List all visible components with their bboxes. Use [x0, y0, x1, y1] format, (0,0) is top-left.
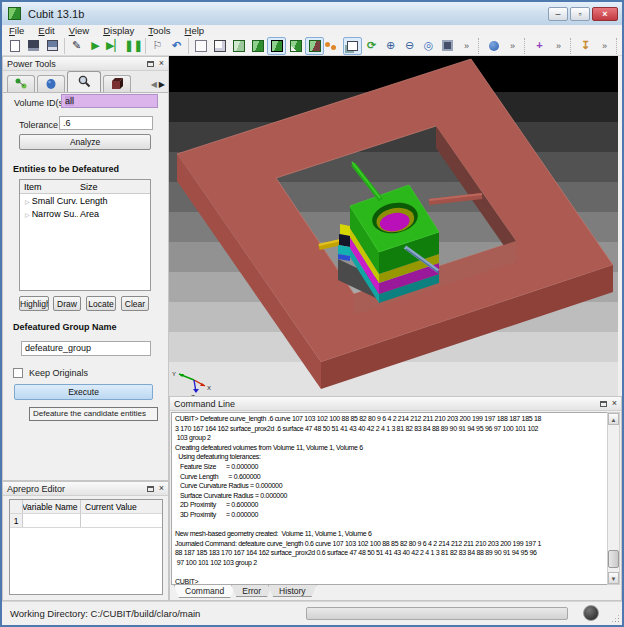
status-bar: Working Directory: C:/CUBIT/build/claro/… — [2, 601, 622, 625]
geometry-overflow-chevron[interactable]: » — [503, 37, 522, 55]
highlight-button[interactable]: Highlight — [19, 296, 49, 311]
scroll-up-icon[interactable]: ▲ — [608, 413, 619, 425]
flag-icon[interactable]: ⚐ — [148, 37, 167, 55]
title-bar[interactable]: Cubit 13.1b – ▫ × — [2, 2, 622, 25]
vertex-toolbar-icon[interactable]: + — [530, 37, 549, 55]
tab-geometry-power-tool[interactable] — [7, 75, 35, 92]
open-journal-icon[interactable] — [24, 37, 43, 55]
step-journal-icon[interactable]: ▶▏ — [105, 37, 124, 55]
expander-icon[interactable]: ▷ — [25, 212, 30, 218]
toolbar-overflow-chevron[interactable]: » — [457, 37, 476, 55]
group-name-heading: Defeatured Group Name — [13, 322, 117, 332]
float-panel-icon[interactable] — [147, 486, 154, 492]
geometry-toolbar-icon[interactable] — [484, 37, 503, 55]
keep-originals-checkbox[interactable] — [13, 368, 23, 378]
tab-itm-wizard[interactable] — [103, 75, 131, 92]
current-value-cell[interactable] — [81, 514, 162, 527]
entities-heading: Entities to be Defeatured — [13, 164, 119, 174]
view-shaded-edges-icon[interactable] — [267, 37, 286, 55]
snapshot-icon[interactable] — [438, 37, 457, 55]
aprepro-col-value[interactable]: Current Value — [81, 500, 162, 513]
graphics-viewport[interactable]: Y X Z — [169, 56, 618, 396]
console-output[interactable]: CUBIT> Defeature curve_length .6 curve 1… — [171, 412, 608, 585]
view-smooth-shade-icon[interactable] — [248, 37, 267, 55]
new-file-icon[interactable] — [5, 37, 24, 55]
zoom-in-icon[interactable]: ⊕ — [381, 37, 400, 55]
navigate-icon[interactable]: ◎ — [419, 37, 438, 55]
journal-editor-icon[interactable]: ✎ — [67, 37, 86, 55]
defeature-magnifier-icon — [77, 75, 91, 89]
volume-ids-label: Volume ID(s) — [14, 98, 66, 108]
scroll-thumb[interactable] — [608, 550, 619, 568]
execute-button[interactable]: Execute — [14, 384, 153, 400]
volume-ids-field[interactable]: all — [61, 94, 158, 108]
menu-view[interactable]: View — [62, 25, 96, 36]
tab-scroll-left-icon[interactable]: ◀ — [151, 80, 157, 89]
side-slivers — [338, 224, 350, 261]
view-cutaway-icon[interactable] — [286, 37, 305, 55]
tab-command[interactable]: Command — [174, 585, 235, 598]
expander-icon[interactable]: ▷ — [25, 199, 30, 205]
menu-tools[interactable]: Tools — [141, 25, 177, 36]
axis-triad: Y X Z — [172, 371, 211, 396]
link-icon[interactable] — [324, 37, 343, 55]
aprepro-row-1[interactable]: 1 — [10, 514, 162, 528]
close-panel-icon[interactable]: × — [159, 484, 164, 493]
view-composite-icon[interactable] — [305, 37, 324, 55]
view-transparent-icon[interactable] — [229, 37, 248, 55]
boundary-toolbar-icon[interactable]: ↧ — [576, 37, 595, 55]
menu-edit[interactable]: Edit — [31, 25, 61, 36]
play-journal-icon[interactable]: ▶ — [86, 37, 105, 55]
float-panel-icon[interactable] — [600, 401, 607, 407]
aprepro-col-variable[interactable]: Variable Name — [23, 502, 78, 512]
analyze-button[interactable]: Analyze — [19, 134, 151, 150]
progress-bar — [306, 607, 568, 620]
close-button[interactable]: × — [592, 7, 618, 21]
tree-col-size[interactable]: Size — [78, 182, 150, 192]
undo-icon[interactable]: ↶ — [167, 37, 186, 55]
draw-button[interactable]: Draw — [53, 296, 81, 311]
tab-defeature-tool[interactable] — [67, 71, 101, 92]
zoom-out-icon[interactable]: ⊖ — [400, 37, 419, 55]
maximize-button[interactable]: ▫ — [570, 7, 590, 21]
save-icon[interactable] — [43, 37, 62, 55]
minimize-button[interactable]: – — [548, 7, 568, 21]
menu-display[interactable]: Display — [96, 25, 141, 36]
tree-row-narrow-surfaces[interactable]: ▷Narrow Su... Area — [20, 207, 150, 220]
aprepro-table[interactable]: Variable Name Current Value 1 — [9, 499, 163, 595]
window-title: Cubit 13.1b — [28, 8, 84, 20]
tab-history[interactable]: History — [268, 585, 316, 597]
tab-mesh-power-tool[interactable] — [37, 75, 65, 92]
close-panel-icon[interactable]: × — [612, 399, 617, 408]
pause-icon[interactable]: ❚❚ — [124, 37, 143, 55]
tab-error[interactable]: Error — [231, 585, 272, 597]
power-tools-panel: Power Tools × — [2, 56, 169, 481]
boundary-overflow-chevron[interactable]: » — [595, 37, 614, 55]
tree-col-item[interactable]: Item — [20, 182, 78, 192]
row-number: 1 — [10, 514, 23, 527]
group-name-field[interactable]: defeature_group — [21, 341, 151, 356]
refresh-graphics-icon[interactable]: ⟳ — [362, 37, 381, 55]
menu-file[interactable]: File — [2, 25, 31, 36]
vertex-overflow-chevron[interactable]: » — [549, 37, 568, 55]
tile-windows-icon[interactable] — [343, 37, 362, 55]
close-panel-icon[interactable]: × — [159, 59, 164, 68]
scroll-down-icon[interactable]: ▼ — [608, 572, 619, 584]
entities-tree[interactable]: Item Size ▷Small Curv... Length ▷Narrow … — [19, 179, 151, 291]
console-scrollbar[interactable]: ▲ ▼ — [607, 412, 620, 585]
float-panel-icon[interactable] — [147, 61, 154, 67]
cubit-window: Cubit 13.1b – ▫ × File Edit View Display… — [0, 0, 624, 627]
command-line-panel: Command Line × CUBIT> Defeature curve_le… — [169, 396, 622, 601]
tab-scroll-right-icon[interactable]: ▶ — [159, 80, 165, 89]
view-wireframe-icon[interactable] — [191, 37, 210, 55]
variable-name-cell[interactable] — [23, 514, 81, 527]
clear-button[interactable]: Clear — [121, 296, 149, 311]
tree-row-small-curves[interactable]: ▷Small Curv... Length — [20, 194, 150, 207]
menu-help[interactable]: Help — [178, 25, 212, 36]
interrupt-button[interactable] — [583, 605, 599, 621]
resize-grip-icon[interactable] — [618, 621, 619, 622]
locate-button[interactable]: Locate — [86, 296, 116, 311]
model-scene: Y X Z — [169, 56, 618, 396]
view-hidden-line-icon[interactable] — [210, 37, 229, 55]
tolerance-field[interactable]: .6 — [59, 116, 153, 130]
